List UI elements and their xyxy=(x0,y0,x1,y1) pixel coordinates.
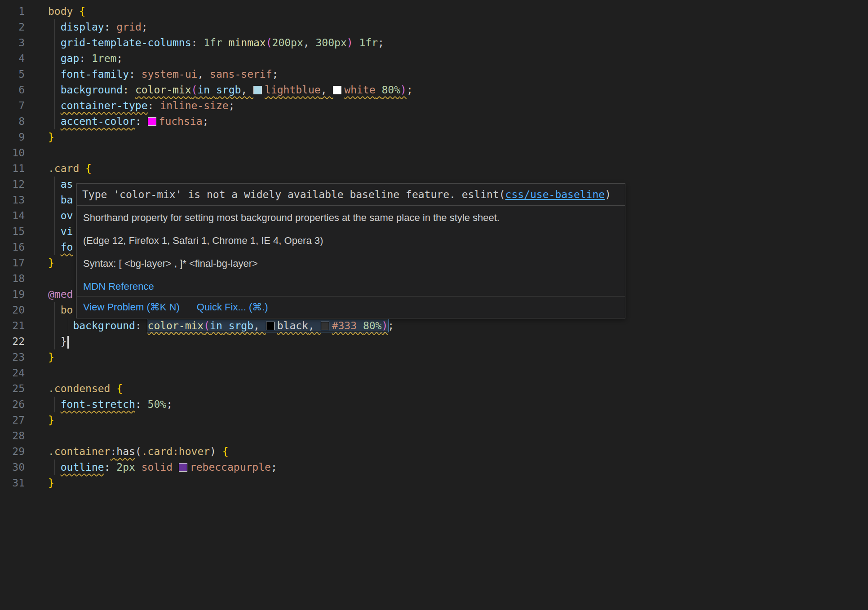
line-number[interactable]: 21 xyxy=(0,318,25,334)
code-content[interactable]: accent-color: fuchsia; xyxy=(48,114,868,129)
code-content[interactable]: } xyxy=(48,475,868,491)
code-token xyxy=(48,115,61,127)
code-token: 80% xyxy=(363,320,382,332)
highlighted-range: color-mix(in srgb, black, #333 80%) xyxy=(148,320,388,332)
code-content[interactable]: background: color-mix(in srgb, lightblue… xyxy=(48,82,868,98)
line-number[interactable]: 8 xyxy=(0,114,25,129)
code-content[interactable]: grid-template-columns: 1fr minmax(200px,… xyxy=(48,35,868,51)
line-number[interactable]: 24 xyxy=(0,365,25,381)
code-token: ( xyxy=(204,320,210,332)
code-token: : xyxy=(135,115,148,127)
code-token: ) xyxy=(400,84,407,96)
code-content[interactable]: } xyxy=(48,412,868,428)
color-swatch[interactable] xyxy=(266,322,275,330)
code-token: 300px xyxy=(316,37,347,49)
code-token: in xyxy=(197,84,210,96)
line-number[interactable]: 18 xyxy=(0,271,25,287)
line-number[interactable]: 26 xyxy=(0,397,25,412)
code-token xyxy=(48,461,61,473)
code-token: ) xyxy=(381,320,388,332)
code-content[interactable]: background: color-mix(in srgb, black, #3… xyxy=(48,318,868,334)
code-line: 23} xyxy=(0,349,868,365)
code-line: 29.container:has(.card:hover) { xyxy=(0,444,868,460)
code-token: ( xyxy=(135,446,142,457)
line-number[interactable]: 10 xyxy=(0,145,25,161)
code-token: } xyxy=(48,131,54,143)
code-token: black xyxy=(266,320,308,332)
code-content[interactable]: } xyxy=(48,129,868,145)
code-content[interactable]: body { xyxy=(48,4,868,19)
line-number[interactable]: 12 xyxy=(0,177,25,192)
code-content[interactable]: font-family: system-ui, sans-serif; xyxy=(48,66,868,82)
code-content[interactable]: } xyxy=(48,349,868,365)
code-line: 1body { xyxy=(0,4,868,19)
line-number[interactable]: 9 xyxy=(0,129,25,145)
line-number[interactable]: 20 xyxy=(0,302,25,318)
line-number[interactable]: 2 xyxy=(0,19,25,35)
line-number[interactable]: 16 xyxy=(0,239,25,255)
code-token: .condensed xyxy=(48,383,110,394)
quick-fix-button[interactable]: Quick Fix... (⌘.) xyxy=(197,301,268,314)
code-line: 28 xyxy=(0,428,868,444)
code-content[interactable]: } xyxy=(48,334,868,349)
code-content[interactable]: .condensed { xyxy=(48,381,868,397)
code-line: 10 xyxy=(0,145,868,161)
code-content[interactable]: outline: 2px solid rebeccapurple; xyxy=(48,460,868,475)
color-swatch[interactable] xyxy=(179,463,187,472)
code-content[interactable] xyxy=(48,145,868,161)
code-token: { xyxy=(222,446,229,457)
code-token: : xyxy=(123,84,135,96)
code-content[interactable]: display: grid; xyxy=(48,19,868,35)
color-swatch[interactable] xyxy=(253,86,262,94)
code-content[interactable]: .card { xyxy=(48,161,868,177)
code-content[interactable]: container-type: inline-size; xyxy=(48,98,868,114)
code-token: lightblue xyxy=(253,84,321,96)
line-number[interactable]: 27 xyxy=(0,412,25,428)
line-number[interactable]: 14 xyxy=(0,208,25,224)
line-number[interactable]: 30 xyxy=(0,460,25,475)
mdn-reference-link[interactable]: MDN Reference xyxy=(83,281,154,292)
line-number[interactable]: 23 xyxy=(0,349,25,365)
line-number[interactable]: 7 xyxy=(0,98,25,114)
code-token: font-family xyxy=(61,68,129,80)
line-number[interactable]: 29 xyxy=(0,444,25,460)
code-token: : xyxy=(148,100,160,111)
line-number[interactable]: 17 xyxy=(0,255,25,271)
code-token: 80% xyxy=(381,84,400,96)
code-token: : xyxy=(79,53,92,64)
code-token xyxy=(48,225,61,237)
eslint-rule-link[interactable]: css/use-baseline xyxy=(505,189,605,200)
line-number[interactable]: 11 xyxy=(0,161,25,177)
line-number[interactable]: 1 xyxy=(0,4,25,19)
code-content[interactable]: font-stretch: 50%; xyxy=(48,397,868,412)
line-number[interactable]: 6 xyxy=(0,82,25,98)
line-number[interactable]: 31 xyxy=(0,475,25,491)
code-token: ; xyxy=(116,53,123,64)
line-number[interactable]: 25 xyxy=(0,381,25,397)
code-token xyxy=(48,53,61,64)
view-problem-button[interactable]: View Problem (⌘K N) xyxy=(83,301,180,314)
code-token: ; xyxy=(271,461,277,473)
line-number[interactable]: 22 xyxy=(0,334,25,349)
line-number[interactable]: 19 xyxy=(0,287,25,302)
code-line: 22 } xyxy=(0,334,868,349)
line-number[interactable]: 5 xyxy=(0,66,25,82)
color-swatch[interactable] xyxy=(148,117,156,126)
code-content[interactable]: gap: 1rem; xyxy=(48,51,868,66)
code-token: , xyxy=(308,320,321,332)
code-token: @med xyxy=(48,288,73,300)
code-content[interactable] xyxy=(48,365,868,381)
diagnostic-text-suffix: ) xyxy=(605,189,611,200)
code-line: 8 accent-color: fuchsia; xyxy=(0,114,868,129)
code-token xyxy=(73,5,79,17)
code-token: , xyxy=(303,37,316,49)
line-number[interactable]: 28 xyxy=(0,428,25,444)
code-content[interactable]: .container:has(.card:hover) { xyxy=(48,444,868,460)
color-swatch[interactable] xyxy=(333,86,341,94)
line-number[interactable]: 15 xyxy=(0,224,25,239)
code-content[interactable] xyxy=(48,428,868,444)
line-number[interactable]: 4 xyxy=(0,51,25,66)
color-swatch[interactable] xyxy=(321,322,329,330)
line-number[interactable]: 13 xyxy=(0,192,25,208)
line-number[interactable]: 3 xyxy=(0,35,25,51)
